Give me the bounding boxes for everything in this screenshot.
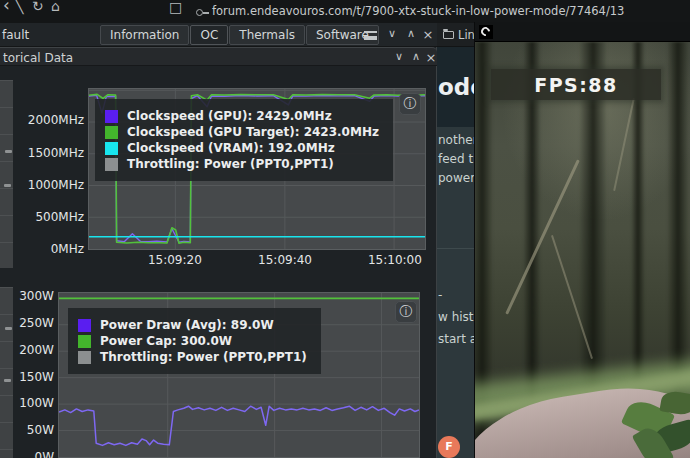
fps-counter: FPS:88	[534, 74, 618, 96]
legend-label: Clockspeed (GPU Target): 2423.0MHz	[127, 125, 379, 139]
clipped-chart-strip	[0, 80, 13, 268]
forum-text-line: nother	[438, 131, 474, 150]
legend-label: Throttling: Power (PPT0,PPT1)	[127, 157, 334, 171]
y-tick-label: 300W	[2, 289, 54, 303]
forum-topic-title: ode	[438, 74, 474, 100]
y-tick-label: 100W	[2, 396, 54, 410]
window-title: torical Data	[3, 51, 73, 65]
y-tick-label: 200W	[2, 343, 54, 357]
legend-row: Throttling: Power (PPT0,PPT1)	[78, 350, 307, 364]
app-tab-bar: fault InformationOCThermalsSoftware ∨ ∧ …	[0, 23, 437, 47]
legend-row: Clockspeed (GPU Target): 2423.0MHz	[105, 125, 379, 139]
url-field[interactable]: forum.endeavouros.com/t/7900-xtx-stuck-i…	[212, 4, 624, 18]
y-tick-label: 1000MHz	[16, 178, 84, 192]
legend-label: Power Draw (Avg): 89.0W	[100, 318, 274, 332]
legend-swatch-icon	[105, 142, 118, 155]
tab-information[interactable]: Information	[100, 25, 189, 45]
legend-row: Clockspeed (VRAM): 192.0MHz	[105, 141, 379, 155]
x-tick-label: 15:09:20	[135, 253, 215, 267]
tab-oc[interactable]: OC	[190, 25, 228, 45]
legend-label: Power Cap: 300.0W	[100, 334, 232, 348]
historical-data-titlebar[interactable]: torical Data ∨ ∧ ×	[0, 47, 437, 66]
forum-text-line: -	[438, 284, 474, 306]
legend-swatch-icon	[78, 335, 91, 348]
profile-name: fault	[2, 28, 29, 42]
forum-post-text-lower: -w histostart a	[438, 284, 474, 350]
legend-row: Throttling: Power (PPT0,PPT1)	[105, 157, 379, 171]
legend-swatch-icon	[105, 110, 118, 123]
avatar[interactable]: F	[438, 436, 460, 458]
legend-swatch-icon	[105, 158, 118, 171]
forum-text-line: feed th	[438, 150, 474, 169]
forum-post-text: notherfeed thpower	[438, 131, 474, 188]
crescent-icon	[479, 25, 493, 39]
desktop: ‹ ╲ ↻ ⌂ □ forum.endeavouros.com/t/7900-x…	[0, 0, 690, 458]
legend-swatch-icon	[78, 319, 91, 332]
back-icon[interactable]: ‹	[3, 0, 10, 12]
minimize-icon[interactable]: ∨	[392, 50, 406, 63]
forum-text-line: start a	[438, 328, 474, 350]
legend-swatch-icon	[78, 351, 91, 364]
legend-label: Throttling: Power (PPT0,PPT1)	[100, 350, 307, 364]
y-tick-label: 2000MHz	[16, 113, 84, 127]
corectrl-window: fault InformationOCThermalsSoftware ∨ ∧ …	[0, 23, 437, 458]
tab-thermals[interactable]: Thermals	[229, 25, 305, 45]
x-tick-label: 15:10:00	[355, 253, 435, 267]
legend-label: Clockspeed (VRAM): 192.0MHz	[127, 141, 335, 155]
forum-text-line: power	[438, 169, 474, 188]
site-security-icon[interactable]	[196, 9, 203, 16]
chart-legend: Power Draw (Avg): 89.0WPower Cap: 300.0W…	[68, 308, 321, 374]
maximize-icon[interactable]: ∧	[409, 50, 423, 63]
legend-row: Power Draw (Avg): 89.0W	[78, 318, 307, 332]
close-icon[interactable]: ×	[421, 27, 435, 42]
y-tick-label: 150W	[2, 370, 54, 384]
info-icon[interactable]: ⓘ	[395, 301, 417, 323]
folder-icon	[443, 31, 454, 39]
game-titlebar[interactable]	[475, 22, 690, 42]
y-tick-label: 250W	[2, 316, 54, 330]
forward-icon[interactable]: ╲	[15, 0, 23, 13]
game-viewport[interactable]: FPS:88	[475, 42, 690, 458]
y-tick-label: 500MHz	[16, 210, 84, 224]
legend-row: Clockspeed (GPU): 2429.0MHz	[105, 109, 379, 123]
forum-divider	[437, 248, 474, 249]
x-tick-label: 15:09:40	[245, 253, 325, 267]
browser-toolbar: ‹ ╲ ↻ ⌂ □ forum.endeavouros.com/t/7900-x…	[0, 0, 690, 23]
close-icon[interactable]: ×	[424, 50, 438, 65]
legend-label: Clockspeed (GPU): 2429.0MHz	[127, 109, 332, 123]
page-icon[interactable]: □	[169, 0, 182, 14]
bookmark-item[interactable]: Lin	[458, 28, 475, 42]
y-tick-label: 1500MHz	[16, 146, 84, 160]
y-tick-label: 50W	[2, 423, 54, 437]
fps-overlay: FPS:88	[491, 69, 661, 100]
series-power-draw-avg	[59, 406, 419, 445]
forum-page: ode notherfeed thpower -w histostart a F	[437, 47, 474, 458]
legend-row: Power Cap: 300.0W	[78, 334, 307, 348]
game-window: FPS:88	[474, 22, 690, 458]
minimize-icon[interactable]: ∨	[385, 27, 399, 40]
forum-text-line: w histo	[438, 306, 474, 328]
y-tick-label: 0MHz	[16, 242, 84, 256]
reload-icon[interactable]: ↻	[32, 0, 44, 13]
maximize-icon[interactable]: ∧	[404, 27, 418, 40]
bookmark-bar: Lin	[437, 23, 474, 47]
tab-group: InformationOCThermalsSoftware	[100, 25, 379, 45]
legend-swatch-icon	[105, 126, 118, 139]
chart-legend: Clockspeed (GPU): 2429.0MHzClockspeed (G…	[95, 99, 393, 181]
y-tick-label: 0W	[2, 450, 54, 458]
hamburger-icon[interactable]	[364, 31, 377, 40]
home-icon[interactable]: ⌂	[51, 0, 60, 13]
info-icon[interactable]: ⓘ	[399, 93, 421, 115]
